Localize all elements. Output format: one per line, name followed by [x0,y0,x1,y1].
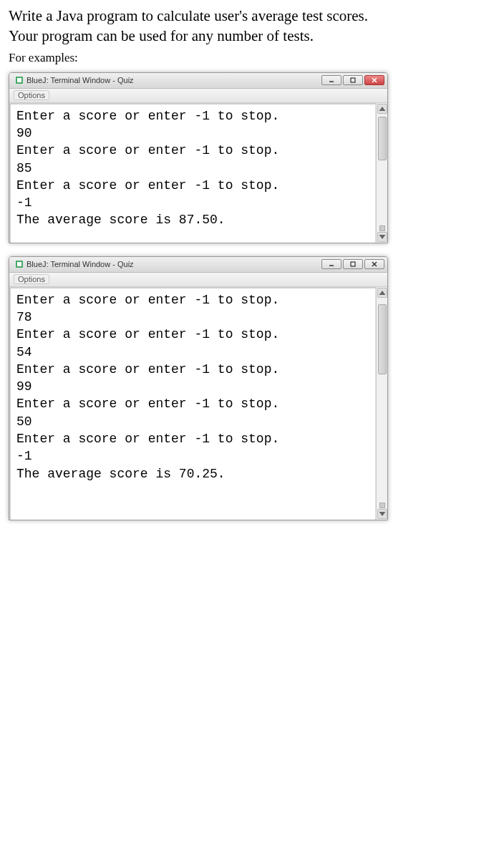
chevron-up-icon [378,105,387,113]
terminal-window-1: BlueJ: Terminal Window - Quiz Options En… [9,72,388,243]
svg-rect-1 [17,78,21,82]
close-icon [372,261,377,267]
instruction-text: Write a Java program to calculate user's… [9,6,495,47]
options-menu[interactable]: Options [14,90,49,100]
scroll-track[interactable] [377,114,387,225]
scroll-down-arrow[interactable] [377,232,387,242]
chevron-down-icon [378,233,387,241]
terminal-window-2: BlueJ: Terminal Window - Quiz Options En… [9,256,388,520]
minimize-icon [329,261,334,267]
options-menu[interactable]: Options [14,274,49,284]
scroll-up-arrow[interactable] [377,288,387,298]
instruction-line2: Your program can be used for any number … [9,27,314,44]
minimize-button[interactable] [321,75,341,85]
window-controls [321,75,384,85]
close-icon [372,77,377,83]
example-label: For examples: [9,51,495,65]
maximize-button[interactable] [343,75,363,85]
svg-marker-7 [379,235,385,239]
terminal-body: Enter a score or enter -1 to stop. 90 En… [9,103,387,243]
scroll-thumb[interactable] [378,304,387,374]
maximize-icon [350,77,356,83]
scroll-track[interactable] [377,298,387,502]
window-title-label: BlueJ: Terminal Window - Quiz [26,260,134,268]
chevron-up-icon [378,288,387,297]
menu-bar: Options [9,89,387,103]
minimize-icon [329,77,334,83]
instruction-line1: Write a Java program to calculate user's… [9,7,368,24]
scroll-grip[interactable] [379,503,385,508]
close-button[interactable] [364,259,384,269]
terminal-body: Enter a score or enter -1 to stop. 78 En… [9,287,387,520]
vertical-scrollbar[interactable] [376,287,387,520]
scroll-grip[interactable] [379,225,385,231]
maximize-icon [350,261,356,267]
chevron-down-icon [378,510,387,518]
svg-rect-11 [351,262,355,266]
scroll-up-arrow[interactable] [377,104,387,114]
titlebar[interactable]: BlueJ: Terminal Window - Quiz [9,73,387,89]
svg-marker-15 [379,512,385,516]
window-title-text: BlueJ: Terminal Window - Quiz [15,76,134,84]
window-title-label: BlueJ: Terminal Window - Quiz [26,76,134,84]
titlebar[interactable]: BlueJ: Terminal Window - Quiz [9,257,387,273]
close-button[interactable] [364,75,384,85]
terminal-output[interactable]: Enter a score or enter -1 to stop. 78 En… [9,287,376,520]
svg-rect-9 [17,262,21,266]
svg-marker-14 [379,291,385,295]
window-title-text: BlueJ: Terminal Window - Quiz [15,260,134,268]
scroll-thumb[interactable] [378,117,387,160]
scroll-down-arrow[interactable] [377,509,387,519]
svg-marker-6 [379,107,385,111]
maximize-button[interactable] [343,259,363,269]
svg-rect-3 [351,78,355,82]
vertical-scrollbar[interactable] [376,103,387,243]
bluej-icon [15,260,24,268]
menu-bar: Options [9,273,387,287]
window-controls [321,259,384,269]
terminal-output[interactable]: Enter a score or enter -1 to stop. 90 En… [9,103,376,243]
bluej-icon [15,76,24,84]
minimize-button[interactable] [321,259,341,269]
